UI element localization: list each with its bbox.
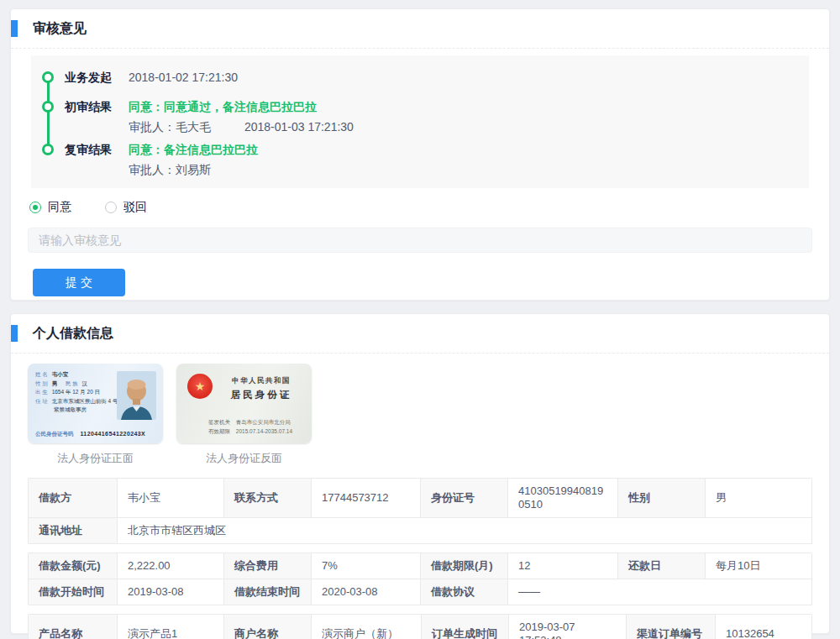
decision-radio-group: 同意 驳回	[29, 200, 811, 215]
radio-agree-label: 同意	[48, 200, 71, 215]
audit-timeline: 业务发起 2018-01-02 17:21:30 初审结果 同意：同意通过，备注…	[31, 55, 809, 188]
timeline-item-time: 2018-01-03 17:21:30	[244, 120, 354, 134]
table-label: 联系方式	[224, 479, 312, 518]
borrower-info-table: 借款方 韦小宝 联系方式 17744573712 身份证号 4103051994…	[28, 478, 812, 544]
table-value: 2019-03-07 17:52:48	[509, 615, 627, 639]
timeline-item-first-review: 初审结果 同意：同意通过，备注信息巴拉巴拉 审批人：毛大毛 2018-01-03…	[39, 98, 792, 135]
id-ethnic-value: 汉	[82, 380, 88, 386]
order-info-table: 产品名称 演示产品1 商户名称 演示商户（新） 订单生成时间 2019-03-0…	[28, 614, 812, 639]
table-value: 演示商户（新）	[312, 615, 422, 639]
review-comment-input[interactable]	[28, 228, 812, 253]
table-label: 性别	[618, 479, 706, 518]
id-back-country: 中华人民共和国	[218, 376, 304, 386]
table-label: 借款金额(元)	[29, 553, 118, 579]
timeline-approver: 审批人：毛大毛	[129, 120, 211, 134]
table-value: 2019-03-08	[118, 579, 224, 605]
table-label: 渠道订单编号	[627, 615, 716, 639]
loan-card-title: 个人借款信息	[33, 325, 113, 343]
id-card-images: 姓 名 韦小宝 性 别 男 民 族 汉 出 生 1654 年 12 月 20 日	[28, 364, 812, 466]
table-label: 通讯地址	[29, 518, 118, 544]
id-number-value: 11204416541220243X	[80, 431, 145, 437]
timeline-item-time: 2018-01-02 17:21:30	[129, 69, 238, 86]
id-card-back-image[interactable]: ★ 中华人民共和国 居民身份证 签发机关 青岛市公安局市北分局 有效期限 201…	[176, 364, 312, 443]
timeline-item-second-review: 复审结果 同意：备注信息巴拉巴拉 审批人：刘易斯	[39, 141, 792, 178]
radio-unselected-icon	[105, 202, 117, 213]
id-portrait-photo	[117, 371, 156, 420]
table-value: 演示产品1	[118, 615, 224, 639]
table-label: 身份证号	[421, 479, 508, 518]
table-label: 综合费用	[224, 553, 312, 579]
id-birth-label: 出 生	[35, 389, 48, 395]
timeline-item-label: 复审结果	[65, 141, 129, 178]
table-label: 还款日	[618, 553, 706, 579]
loan-card-header: 个人借款信息	[11, 314, 829, 354]
table-label: 借款期限(月)	[421, 553, 508, 579]
id-sex-value: 男	[52, 380, 58, 386]
portrait-avatar-icon	[117, 371, 156, 420]
national-emblem-icon: ★	[187, 374, 213, 399]
table-value: 10132654	[716, 615, 812, 639]
radio-reject-label: 驳回	[123, 200, 147, 215]
timeline-dot-icon	[42, 144, 54, 155]
submit-button[interactable]: 提 交	[33, 269, 125, 296]
id-name-value: 韦小宝	[52, 371, 69, 377]
id-ethnic-label: 民 族	[66, 380, 78, 386]
table-label: 产品名称	[29, 615, 118, 639]
table-label: 借款协议	[421, 579, 508, 605]
table-label: 借款开始时间	[29, 579, 118, 605]
blue-accent-bar	[11, 325, 18, 342]
id-valid-label: 有效期限	[208, 428, 230, 434]
id-back-doc-title: 居民身份证	[218, 389, 304, 401]
id-back-caption: 法人身份证反面	[176, 451, 312, 466]
table-value: 12	[508, 553, 618, 579]
id-birth-value: 1654 年 12 月 20 日	[52, 389, 100, 395]
timeline-dot-icon	[42, 71, 54, 83]
review-card-header: 审核意见	[11, 9, 829, 49]
id-sex-label: 性 别	[35, 380, 48, 386]
blue-accent-bar	[11, 20, 18, 37]
table-value: 17744573712	[312, 479, 421, 518]
radio-selected-icon	[29, 202, 41, 213]
id-card-front-image[interactable]: 姓 名 韦小宝 性 别 男 民 族 汉 出 生 1654 年 12 月 20 日	[28, 364, 163, 443]
table-label: 订单生成时间	[422, 615, 509, 639]
timeline-result-text: 同意：备注信息巴拉巴拉	[129, 141, 258, 158]
loan-info-card: 个人借款信息 姓 名 韦小宝 性 别 男 民 族 汉 出 生	[10, 313, 830, 634]
timeline-result-text: 同意：同意通过，备注信息巴拉巴拉	[129, 98, 354, 115]
loan-terms-table: 借款金额(元) 2,222.00 综合费用 7% 借款期限(月) 12 还款日 …	[28, 553, 812, 605]
table-label: 借款结束时间	[224, 579, 312, 605]
id-addr-line2: 紫禁城敬事房	[54, 406, 87, 412]
id-addr-line1: 北京市东城区景山前街 4 号	[52, 398, 118, 404]
id-name-label: 姓 名	[35, 371, 48, 377]
table-label: 商户名称	[224, 615, 312, 639]
timeline-item-label: 业务发起	[65, 69, 129, 86]
table-value: ——	[508, 579, 812, 605]
timeline-approver: 审批人：刘易斯	[129, 163, 211, 176]
review-card: 审核意见 业务发起 2018-01-02 17:21:30 初审结果 同意：同意…	[10, 8, 830, 301]
id-number-label: 公民身份证号码	[35, 431, 74, 437]
table-value: 每月10日	[706, 553, 812, 579]
id-issue-value: 青岛市公安局市北分局	[236, 419, 291, 425]
timeline-item-label: 初审结果	[65, 98, 129, 135]
table-value: 7%	[312, 553, 421, 579]
timeline-item-business-start: 业务发起 2018-01-02 17:21:30	[39, 69, 792, 86]
id-addr-label: 住 址	[35, 398, 48, 404]
id-front-caption: 法人身份证正面	[28, 451, 163, 466]
table-value: 韦小宝	[118, 479, 224, 518]
table-value: 男	[706, 479, 812, 518]
id-valid-value: 2015.07.14-2035.07.14	[236, 428, 292, 434]
table-value: 2020-03-08	[312, 579, 421, 605]
table-value: 北京市市辖区西城区	[118, 518, 812, 544]
review-card-title: 审核意见	[33, 20, 87, 38]
table-value: 2,222.00	[118, 553, 224, 579]
radio-reject[interactable]: 驳回	[105, 200, 147, 215]
table-label: 借款方	[29, 479, 118, 518]
table-value: 410305199408190510	[508, 479, 618, 518]
radio-agree[interactable]: 同意	[29, 200, 71, 215]
id-issue-label: 签发机关	[208, 419, 230, 425]
timeline-dot-icon	[42, 101, 54, 113]
